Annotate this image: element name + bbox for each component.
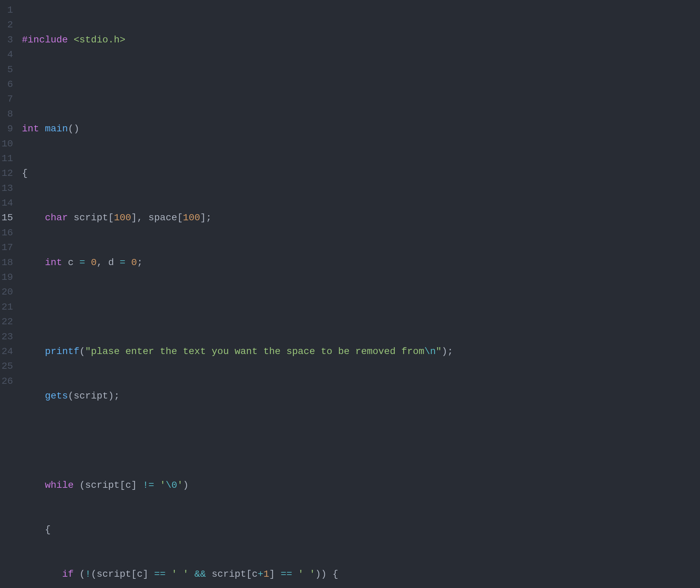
line-number-gutter: 1 2 3 4 5 6 7 8 9 10 11 12 13 14 15 16 1…: [0, 0, 18, 588]
line-number: 16: [1, 225, 13, 240]
line-number: 22: [1, 314, 13, 329]
line-number: 7: [1, 92, 13, 106]
line-number: 17: [1, 240, 13, 255]
line-number: 9: [1, 121, 13, 136]
code-editor: 1 2 3 4 5 6 7 8 9 10 11 12 13 14 15 16 1…: [0, 0, 700, 588]
line-number: 2: [1, 17, 13, 32]
code-line[interactable]: char script[100], space[100];: [21, 210, 700, 225]
code-line[interactable]: if (!(script[c] == ' ' && script[c+1] ==…: [21, 567, 700, 582]
line-number: 8: [1, 107, 13, 121]
code-line[interactable]: int c = 0, d = 0;: [21, 255, 700, 270]
line-number: 25: [1, 359, 13, 374]
line-number: 18: [1, 255, 13, 270]
line-number: 10: [1, 136, 13, 151]
line-number: 19: [1, 270, 13, 285]
code-line[interactable]: [21, 77, 700, 92]
code-line[interactable]: [21, 433, 700, 448]
line-number: 1: [1, 3, 13, 17]
code-line[interactable]: gets(script);: [21, 389, 700, 403]
line-number: 12: [1, 166, 13, 181]
line-number: 20: [1, 285, 13, 299]
code-line[interactable]: {: [21, 166, 700, 181]
line-number: 26: [1, 374, 13, 389]
code-area[interactable]: #include <stdio.h> int main() { char scr…: [18, 0, 700, 588]
line-number: 5: [1, 62, 13, 77]
code-line[interactable]: #include <stdio.h>: [21, 32, 700, 47]
line-number: 13: [1, 181, 13, 196]
line-number: 6: [1, 77, 13, 92]
line-number: 14: [1, 196, 13, 210]
line-number: 24: [1, 344, 13, 359]
line-number: 23: [1, 329, 13, 344]
line-number: 21: [1, 300, 13, 314]
line-number-active: 15: [1, 210, 13, 225]
code-line[interactable]: [21, 300, 700, 314]
code-line[interactable]: {: [21, 522, 700, 537]
code-line[interactable]: printf("plase enter the text you want th…: [21, 344, 700, 359]
code-line[interactable]: int main(): [21, 121, 700, 136]
line-number: 11: [1, 151, 13, 166]
code-line[interactable]: while (script[c] != '\0'): [21, 478, 700, 493]
line-number: 3: [1, 32, 13, 47]
line-number: 4: [1, 47, 13, 62]
